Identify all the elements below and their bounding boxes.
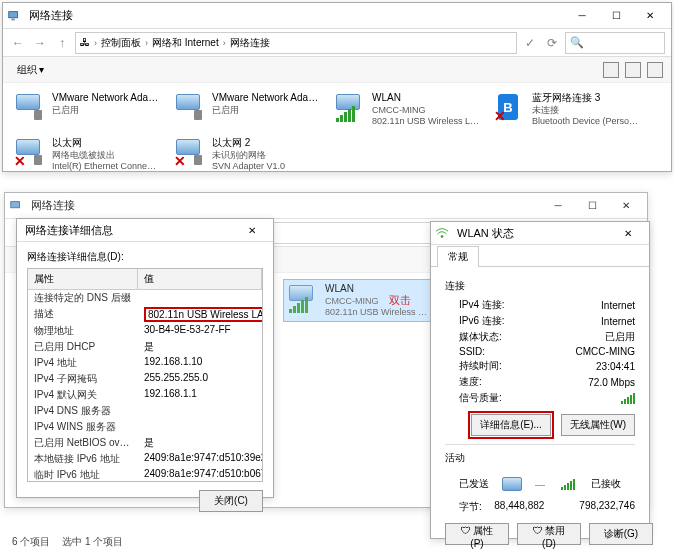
adapter-name: WLAN (372, 92, 480, 105)
property-value: 是 (138, 339, 262, 355)
bytes-label: 字节: (459, 500, 482, 514)
property-name: IPv4 子网掩码 (28, 371, 138, 387)
close-button[interactable]: ✕ (611, 222, 645, 244)
minimize-button[interactable]: ─ (565, 5, 599, 27)
property-row[interactable]: IPv4 子网掩码255.255.255.0 (28, 371, 262, 387)
property-value: 192.168.1.1 (138, 387, 262, 403)
search-icon: 🔍 (570, 36, 584, 49)
view-button[interactable] (603, 62, 619, 78)
breadcrumb[interactable]: 🖧 › 控制面板 › 网络和 Internet › 网络连接 (75, 32, 517, 54)
tab-bar: 常规 (431, 245, 649, 267)
adapter-desc: SVN Adapter V1.0 (212, 161, 320, 171)
duration-label: 持续时间: (459, 359, 502, 373)
organize-button[interactable]: 组织 ▾ (11, 61, 50, 79)
wireless-props-button[interactable]: 无线属性(W) (561, 414, 635, 436)
minimize-button[interactable]: ─ (541, 195, 575, 217)
details-button[interactable]: 详细信息(E)... (471, 414, 551, 436)
property-row[interactable]: 本地链接 IPv6 地址2409:8a1e:9747:d510:39e2:ec2… (28, 451, 262, 467)
adapter-item[interactable]: VMware Network Adapter VMnet1已启用 (11, 89, 163, 130)
close-button[interactable]: ✕ (235, 219, 269, 241)
property-name: 连接特定的 DNS 后缀 (28, 290, 138, 306)
section-activity: 活动 (445, 451, 635, 465)
ipv4-value: Internet (601, 298, 635, 312)
breadcrumb-item[interactable]: 控制面板 (101, 36, 141, 50)
property-row[interactable]: 物理地址30-B4-9E-53-27-FF (28, 323, 262, 339)
property-row[interactable]: 临时 IPv6 地址2409:8a1e:9747:d510:b067:22d9:… (28, 467, 262, 482)
adapter-item[interactable]: WLANCMCC-MING802.11n USB Wireless LAN Ca… (331, 89, 483, 130)
ssid-label: SSID: (459, 346, 485, 357)
maximize-button[interactable]: ☐ (575, 195, 609, 217)
ipv6-label: IPv6 连接: (459, 314, 505, 328)
window-title: 网络连接 (25, 8, 565, 23)
help-button[interactable] (647, 62, 663, 78)
adapter-name: 以太网 (52, 137, 160, 150)
property-value: 30-B4-9E-53-27-FF (138, 323, 262, 339)
titlebar[interactable]: 网络连接 ─ ☐ ✕ (3, 3, 671, 29)
details-list[interactable]: 属性 值 连接特定的 DNS 后缀描述802.11n USB Wireless … (27, 268, 263, 482)
property-name: 临时 IPv6 地址 (28, 467, 138, 482)
titlebar[interactable]: 网络连接详细信息 ✕ (17, 219, 273, 242)
close-button[interactable]: ✕ (609, 195, 643, 217)
view-options-button[interactable] (625, 62, 641, 78)
close-button[interactable]: ✕ (633, 5, 667, 27)
adapter-status: CMCC-MING (372, 105, 480, 116)
adapter-name: 以太网 2 (212, 137, 320, 150)
disable-button[interactable]: 🛡 禁用(D) (517, 523, 581, 545)
property-row[interactable]: 描述802.11n USB Wireless LAN Card (28, 306, 262, 323)
adapter-item[interactable]: B✕蓝牙网络连接 3未连接Bluetooth Device (Personal … (491, 89, 643, 130)
signal-value (621, 391, 635, 405)
ipv6-value: Internet (601, 314, 635, 328)
property-row[interactable]: IPv4 WINS 服务器 (28, 419, 262, 435)
up-button[interactable]: ↑ (53, 34, 71, 52)
adapter-desc: Bluetooth Device (Personal Ar... (532, 116, 640, 127)
adapter-name: VMware Network Adapter VMnet1 (52, 92, 160, 105)
adapter-item-wlan[interactable]: WLAN CMCC-MING 802.11n USB Wireless LAN … (283, 279, 435, 322)
refresh-button[interactable]: ✓ (521, 34, 539, 52)
dialog-title: 网络连接详细信息 (21, 223, 235, 238)
property-row[interactable]: 连接特定的 DNS 后缀 (28, 290, 262, 306)
property-row[interactable]: IPv4 默认网关192.168.1.1 (28, 387, 262, 403)
titlebar[interactable]: 网络连接 ─ ☐ ✕ (5, 193, 647, 219)
property-name: IPv4 WINS 服务器 (28, 419, 138, 435)
chevron-right-icon: › (145, 38, 148, 48)
wifi-adapter-icon (334, 92, 366, 124)
diagnose-button[interactable]: 诊断(G) (589, 523, 653, 545)
property-row[interactable]: IPv4 DNS 服务器 (28, 403, 262, 419)
wifi-adapter-icon (287, 283, 319, 315)
forward-button[interactable]: → (31, 34, 49, 52)
highlighted-value: 802.11n USB Wireless LAN Card (144, 307, 262, 322)
maximize-button[interactable]: ☐ (599, 5, 633, 27)
property-row[interactable]: 已启用 DHCP是 (28, 339, 262, 355)
status-item-selected: 选中 1 个项目 (62, 535, 123, 549)
property-name: IPv4 默认网关 (28, 387, 138, 403)
adapter-item[interactable]: ✕以太网 2未识别的网络SVN Adapter V1.0 (171, 134, 323, 171)
adapter-status: 未识别的网络 (212, 150, 320, 161)
app-icon (7, 9, 21, 23)
svg-rect-0 (9, 11, 18, 17)
svg-rect-2 (11, 201, 20, 207)
search-input[interactable]: 🔍 (565, 32, 665, 54)
app-icon (9, 199, 23, 213)
breadcrumb-item[interactable]: 网络和 Internet (152, 36, 219, 50)
property-value (138, 419, 262, 435)
activity-sent-icon (498, 473, 526, 495)
adapter-item[interactable]: ✕以太网网络电缆被拔出Intel(R) Ethernet Connection … (11, 134, 163, 171)
close-dialog-button[interactable]: 关闭(C) (199, 490, 263, 512)
adapter-name: 蓝牙网络连接 3 (532, 92, 640, 105)
adapter-item[interactable]: VMware Network Adapter VMnet8已启用 (171, 89, 323, 130)
property-row[interactable]: 已启用 NetBIOS over T...是 (28, 435, 262, 451)
dropdown-button[interactable]: ⟳ (543, 34, 561, 52)
property-name: IPv4 地址 (28, 355, 138, 371)
breadcrumb-item[interactable]: 网络连接 (230, 36, 270, 50)
back-button[interactable]: ← (9, 34, 27, 52)
property-row[interactable]: IPv4 地址192.168.1.10 (28, 355, 262, 371)
titlebar[interactable]: WLAN 状态 ✕ (431, 222, 649, 245)
adapter-desc: 802.11n USB Wireless LAN Card (325, 307, 431, 318)
recv-label: 已接收 (591, 477, 621, 491)
details-label: 网络连接详细信息(D): (27, 250, 263, 264)
properties-button[interactable]: 🛡 属性(P) (445, 523, 509, 545)
ethernet-adapter-icon: ✕ (14, 137, 46, 169)
bytes-recv-value: 798,232,746 (579, 500, 635, 514)
property-value (138, 290, 262, 306)
tab-general[interactable]: 常规 (437, 246, 479, 267)
